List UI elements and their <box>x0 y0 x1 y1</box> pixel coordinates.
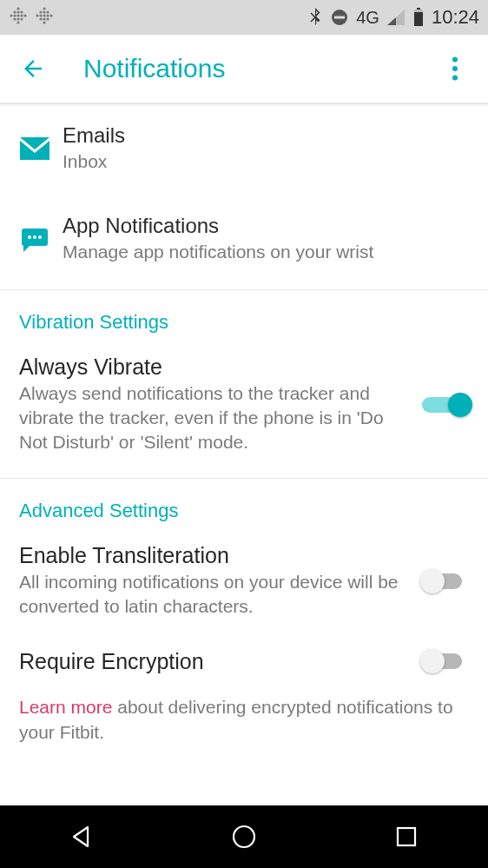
svg-point-5 <box>16 10 19 13</box>
svg-point-1 <box>13 10 16 13</box>
svg-point-16 <box>39 17 42 20</box>
svg-point-7 <box>16 17 19 20</box>
toggle-always-vibrate[interactable] <box>422 392 469 418</box>
setting-transliteration[interactable]: Enable Transliteration All incoming noti… <box>0 531 488 632</box>
svg-point-38 <box>234 826 254 847</box>
setting-title: Enable Transliteration <box>19 543 406 568</box>
setting-always-vibrate[interactable]: Always Vibrate Always send notifications… <box>0 342 488 467</box>
section-header-advanced: Advanced Settings <box>0 479 488 531</box>
svg-point-37 <box>38 235 42 239</box>
bluetooth-icon <box>307 8 323 27</box>
status-bar: 4G 10:24 <box>0 0 488 35</box>
svg-point-11 <box>20 17 23 20</box>
header: Notifications <box>0 35 488 104</box>
clock-label: 10:24 <box>432 6 479 29</box>
svg-point-10 <box>20 14 23 17</box>
svg-point-19 <box>43 14 45 17</box>
signal-icon <box>386 9 406 26</box>
svg-point-36 <box>33 235 36 239</box>
svg-rect-39 <box>398 828 415 845</box>
page-title: Notifications <box>83 54 225 83</box>
svg-point-12 <box>23 14 26 17</box>
svg-point-15 <box>39 14 42 17</box>
battery-icon <box>412 8 425 27</box>
svg-point-4 <box>16 7 19 10</box>
setting-subtitle: Always send notifications to the tracker… <box>19 381 406 455</box>
back-button[interactable] <box>17 53 49 84</box>
svg-point-17 <box>43 7 45 10</box>
nav-recents-button[interactable] <box>380 811 432 863</box>
list-item-title: Emails <box>63 123 469 148</box>
svg-rect-30 <box>414 12 423 26</box>
toggle-transliteration[interactable] <box>422 568 469 594</box>
android-navbar <box>0 805 488 868</box>
list-item-app-notifications[interactable]: App Notifications Manage app notificatio… <box>0 188 488 288</box>
svg-point-33 <box>452 75 458 80</box>
svg-rect-27 <box>334 17 345 19</box>
nav-home-button[interactable] <box>218 811 270 863</box>
svg-point-2 <box>13 14 16 17</box>
svg-point-22 <box>46 10 49 13</box>
setting-subtitle: All incoming notifications on your devic… <box>19 570 406 620</box>
setting-title: Always Vibrate <box>19 354 406 380</box>
toggle-encryption[interactable] <box>422 648 469 674</box>
svg-point-31 <box>452 56 458 62</box>
chat-icon <box>19 227 50 253</box>
svg-point-35 <box>28 235 31 239</box>
svg-point-6 <box>16 14 19 17</box>
svg-point-3 <box>13 17 16 20</box>
nav-back-button[interactable] <box>56 811 108 863</box>
svg-point-32 <box>452 66 458 71</box>
status-bar-right: 4G 10:24 <box>307 6 479 29</box>
encryption-footer: Learn more about delivering encrypted no… <box>0 686 488 745</box>
svg-point-8 <box>16 21 19 23</box>
svg-rect-28 <box>417 8 420 10</box>
list-item-subtitle: Inbox <box>63 149 469 174</box>
learn-more-link[interactable]: Learn more <box>19 697 112 717</box>
list-item-title: App Notifications <box>63 214 469 238</box>
svg-point-23 <box>46 14 49 17</box>
svg-point-0 <box>10 14 12 17</box>
list-item-emails[interactable]: Emails Inbox <box>0 104 488 188</box>
svg-point-13 <box>36 14 38 17</box>
setting-encryption[interactable]: Require Encryption <box>0 631 488 686</box>
svg-point-21 <box>43 21 45 23</box>
list-item-subtitle: Manage app notifications on your wrist <box>63 240 469 264</box>
overflow-menu-button[interactable] <box>439 53 471 84</box>
svg-point-20 <box>43 17 45 20</box>
app-icon <box>9 6 28 30</box>
svg-point-9 <box>20 10 23 13</box>
svg-rect-34 <box>20 137 49 160</box>
setting-title: Require Encryption <box>19 649 406 674</box>
section-header-vibration: Vibration Settings <box>0 290 488 342</box>
dnd-icon <box>330 8 349 27</box>
status-bar-left <box>9 6 54 30</box>
email-icon <box>19 137 50 160</box>
app-icon <box>35 6 54 30</box>
svg-point-14 <box>39 10 42 13</box>
network-type-label: 4G <box>356 8 379 28</box>
svg-point-18 <box>43 10 45 13</box>
svg-point-25 <box>49 14 52 17</box>
svg-point-24 <box>46 17 49 20</box>
